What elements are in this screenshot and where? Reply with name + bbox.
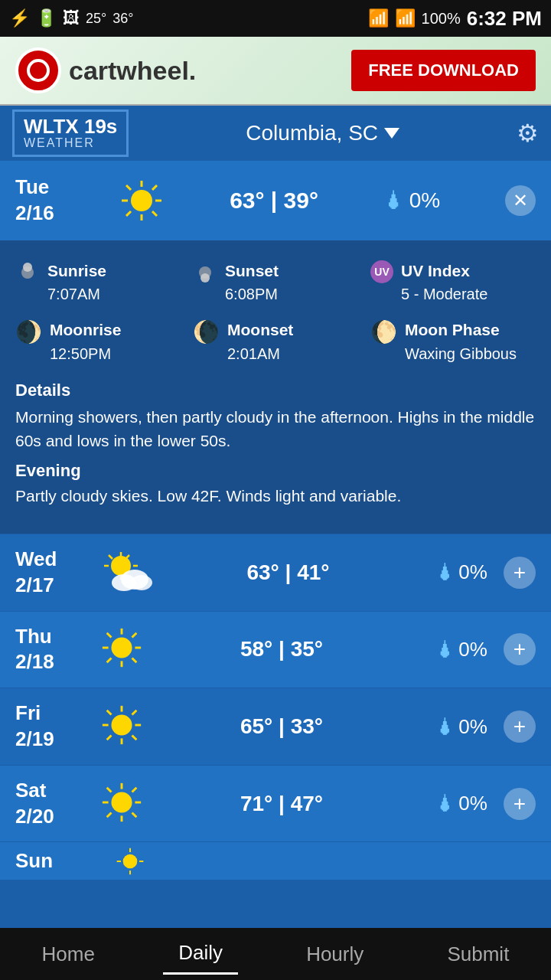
forecast-weather-icon	[99, 780, 144, 828]
moonrise-item: 🌒 Moonrise 12:50PM	[15, 318, 181, 365]
detail-panel: Sunrise 7:07AM Sunset 6:08PM UV UV Index…	[0, 240, 551, 534]
svg-line-37	[107, 710, 112, 715]
wifi-icon: 📶	[368, 8, 389, 28]
moonset-icon: 🌘	[193, 319, 220, 345]
svg-line-48	[132, 787, 137, 792]
forecast-expand-button[interactable]: +	[504, 557, 536, 589]
svg-line-19	[126, 555, 129, 559]
detail-grid: Sunrise 7:07AM Sunset 6:08PM UV UV Index…	[15, 259, 536, 365]
photo-icon: 🖼	[63, 8, 80, 28]
forecast-temps: 63° | 41°	[157, 560, 419, 585]
forecast-weather-icon	[99, 703, 144, 750]
status-left-icons: ⚡ 🔋 🖼 25° 36°	[9, 8, 133, 28]
forecast-expand-button[interactable]: +	[504, 633, 536, 665]
svg-line-7	[152, 185, 157, 190]
sunrise-icon	[15, 260, 40, 290]
moon-phase-icon: 🌔	[370, 319, 397, 345]
today-sep: |	[271, 188, 277, 213]
settings-icon[interactable]: ⚙	[517, 119, 539, 148]
target-logo	[15, 47, 61, 93]
wltx-logo: WLTX 19s WEATHER	[12, 109, 129, 157]
signal-icon: 📶	[395, 8, 416, 28]
sunset-item: Sunset 6:08PM	[193, 259, 358, 306]
moon-phase-value: Waxing Gibbous	[405, 342, 517, 365]
uv-icon: UV	[370, 260, 393, 283]
svg-line-28	[107, 633, 112, 638]
today-date: Tue 2/16	[15, 175, 54, 227]
sunset-value: 6:08PM	[225, 283, 279, 305]
svg-point-50	[123, 854, 138, 869]
moon-phase-text: Moon Phase Waxing Gibbous	[405, 318, 517, 365]
moonset-value: 2:01AM	[227, 342, 293, 365]
forecast-date: Sat2/20	[15, 778, 99, 830]
forecast-date: Thu2/18	[15, 624, 99, 676]
forecast-precip: 🌢0%	[419, 560, 504, 584]
location-arrow-icon	[384, 128, 399, 139]
partial-day: Sun	[15, 848, 99, 874]
svg-point-0	[131, 190, 152, 211]
forecast-temps: 58° | 35°	[144, 637, 419, 662]
moonrise-text: Moonrise 12:50PM	[50, 318, 121, 365]
nav-daily[interactable]: Daily	[163, 933, 238, 975]
moonset-item: 🌘 Moonset 2:01AM	[193, 318, 358, 365]
temp-25-icon: 25°	[86, 11, 106, 27]
forecast-expand-button[interactable]: +	[504, 788, 536, 820]
partial-sun-icon	[115, 846, 145, 877]
today-close-button[interactable]: ✕	[505, 185, 536, 216]
svg-line-46	[107, 787, 112, 792]
wltx-title: WLTX 19s	[24, 116, 117, 136]
forecast-weather-icon	[99, 549, 157, 596]
moonrise-label: Moonrise	[50, 318, 121, 342]
svg-point-22	[131, 575, 152, 590]
details-title: Details	[15, 381, 536, 400]
today-high: 63°	[230, 188, 264, 213]
svg-line-38	[132, 736, 137, 740]
svg-point-32	[111, 715, 132, 736]
forecast-precip: 🌢0%	[419, 715, 504, 739]
sunset-icon	[193, 260, 217, 290]
sunset-label: Sunset	[225, 259, 279, 283]
sunrise-text: Sunrise 7:07AM	[47, 259, 106, 306]
moon-phase-label: Moon Phase	[405, 318, 517, 342]
forecast-list: Wed2/17 63° | 41°🌢0%+Thu2/18	[0, 534, 551, 841]
ad-brand: cartwheel.	[69, 56, 196, 86]
forecast-precip: 🌢0%	[419, 638, 504, 662]
today-day: Tue	[15, 175, 54, 201]
today-temps: 63° | 39°	[230, 188, 318, 214]
today-precip-val: 0%	[409, 188, 440, 213]
forecast-row: Sat2/20 71° | 47°🌢0%+	[0, 765, 551, 842]
temp-36-icon: 36°	[112, 11, 133, 27]
sunrise-label: Sunrise	[47, 259, 106, 283]
svg-point-23	[111, 638, 132, 658]
svg-line-47	[132, 812, 137, 817]
app-header: WLTX 19s WEATHER Columbia, SC ⚙	[0, 106, 551, 161]
bottom-navigation: Home Daily Hourly Submit	[0, 928, 551, 980]
ad-cta-button[interactable]: FREE DOWNLOAD	[351, 50, 536, 91]
forecast-date: Fri2/19	[15, 701, 99, 753]
svg-line-5	[126, 185, 131, 190]
evening-description: Partly cloudy skies. Low 42F. Winds ligh…	[15, 484, 536, 508]
forecast-row: Thu2/18 58° | 35°🌢0%+	[0, 611, 551, 688]
battery-percent: 100%	[422, 10, 461, 28]
ad-banner[interactable]: cartwheel. FREE DOWNLOAD	[0, 37, 551, 106]
today-date-num: 2/16	[15, 201, 54, 227]
city-name: Columbia, SC	[246, 121, 378, 145]
moonrise-icon: 🌒	[15, 319, 42, 345]
svg-line-31	[107, 658, 112, 663]
forecast-weather-icon	[99, 626, 144, 673]
forecast-expand-button[interactable]: +	[504, 710, 536, 743]
city-selector[interactable]: Columbia, SC	[246, 121, 399, 145]
nav-home[interactable]: Home	[27, 935, 110, 974]
svg-point-12	[201, 273, 210, 283]
details-description: Morning showers, then partly cloudy in t…	[15, 405, 536, 453]
moonset-label: Moonset	[227, 318, 293, 342]
svg-point-41	[111, 792, 132, 812]
svg-point-10	[23, 263, 32, 272]
forecast-temps: 71° | 47°	[144, 792, 419, 816]
forecast-temps: 65° | 33°	[144, 714, 419, 739]
sunrise-value: 7:07AM	[47, 283, 106, 305]
moon-phase-item: 🌔 Moon Phase Waxing Gibbous	[370, 318, 536, 365]
nav-submit[interactable]: Submit	[432, 935, 524, 974]
nav-hourly[interactable]: Hourly	[291, 935, 379, 974]
moonrise-value: 12:50PM	[50, 342, 121, 365]
